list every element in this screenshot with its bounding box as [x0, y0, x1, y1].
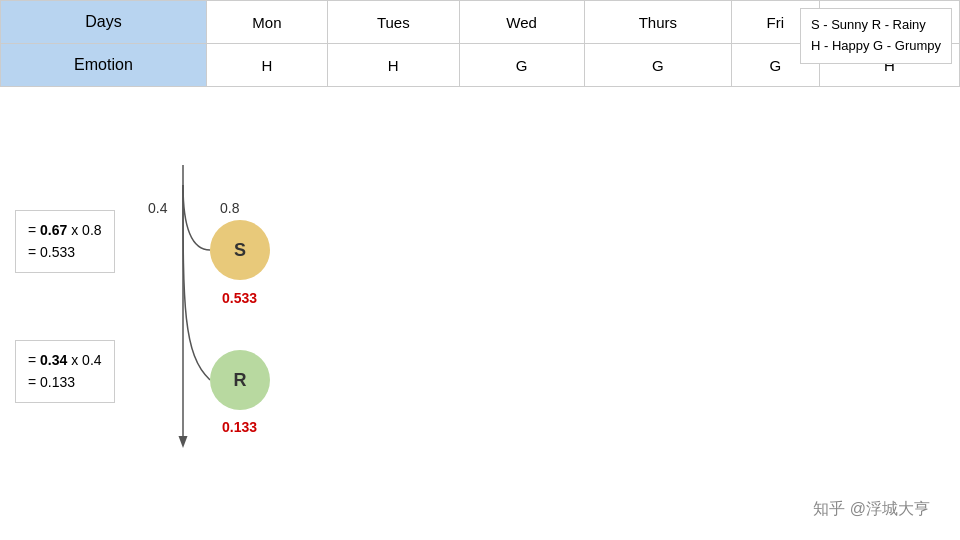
legend-line2: H - Happy G - Grumpy	[811, 36, 941, 57]
calc-bot-line2: = 0.133	[28, 371, 102, 393]
node-rainy: R	[210, 350, 270, 410]
emotion-mon: H	[206, 44, 327, 87]
emotion-label: Emotion	[1, 44, 207, 87]
calc-bot-line1: = 0.34 x 0.4	[28, 349, 102, 371]
col-tues: Tues	[328, 1, 460, 44]
diagram-area: 0.4 0.8 = 0.67 x 0.8 = 0.533 = 0.34 x 0.…	[0, 155, 960, 540]
calc-bot-bold: 0.34	[40, 352, 67, 368]
node-S-label: S	[234, 240, 246, 261]
legend-line1: S - Sunny R - Rainy	[811, 15, 941, 36]
col-mon: Mon	[206, 1, 327, 44]
node-sunny: S	[210, 220, 270, 280]
calc-top-line2: = 0.533	[28, 241, 102, 263]
col-wed: Wed	[459, 1, 584, 44]
prob-08-label: 0.8	[220, 200, 239, 216]
calc-top-bold: 0.67	[40, 222, 67, 238]
emotion-thurs: G	[584, 44, 731, 87]
calc-top-line1: = 0.67 x 0.8	[28, 219, 102, 241]
watermark: 知乎 @浮城大亨	[813, 499, 930, 520]
legend-box: S - Sunny R - Rainy H - Happy G - Grumpy	[800, 8, 952, 64]
emotion-wed: G	[459, 44, 584, 87]
days-header: Days	[1, 1, 207, 44]
col-thurs: Thurs	[584, 1, 731, 44]
arrow-svg	[0, 155, 960, 540]
calc-box-sunny: = 0.67 x 0.8 = 0.533	[15, 210, 115, 273]
node-R-label: R	[234, 370, 247, 391]
emotion-tues: H	[328, 44, 460, 87]
value-rainy: 0.133	[222, 419, 257, 435]
prob-04-label: 0.4	[148, 200, 167, 216]
value-sunny: 0.533	[222, 290, 257, 306]
calc-box-rainy: = 0.34 x 0.4 = 0.133	[15, 340, 115, 403]
